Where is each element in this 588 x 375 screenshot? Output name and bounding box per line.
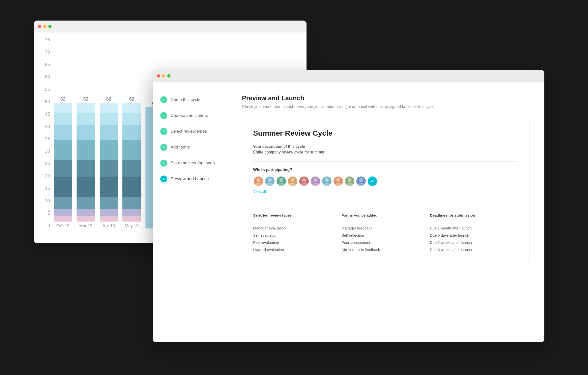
svg-point-5: [278, 183, 284, 186]
svg-point-19: [358, 183, 364, 186]
step-label-4: Add forms: [171, 145, 190, 150]
bar-stack: [54, 103, 72, 222]
modal-window: ✓ Name this cycle ✓ Choose participants …: [153, 70, 544, 342]
description-value: Entire company review cycle for summer: [253, 150, 518, 154]
svg-point-2: [268, 178, 272, 182]
deadlines-header: Deadlines for submission: [430, 213, 513, 221]
step-icon-6: 6: [160, 175, 167, 182]
review-type-2: Self evaluation: [253, 232, 337, 239]
bar-feb19: 62 Feb 19: [54, 97, 72, 228]
step-label-5: Set deadlines (optional): [171, 161, 215, 166]
form-1: Manager feedback: [341, 225, 425, 232]
step-item-4[interactable]: ✓ Add forms: [160, 139, 220, 155]
avatar-more: +8: [367, 176, 378, 186]
review-table: Selected review types Manager evaluation…: [253, 213, 518, 253]
svg-point-15: [335, 183, 341, 186]
svg-point-3: [267, 183, 273, 186]
participants-label: Who's participating?: [253, 168, 518, 172]
maximize-button[interactable]: [48, 25, 52, 28]
avatar-3: [276, 176, 286, 186]
page-title: Preview and Launch: [242, 94, 530, 102]
review-type-3: Peer evaluation: [253, 239, 337, 246]
modal-close-button[interactable]: [157, 74, 160, 77]
avatar-1: [253, 176, 264, 186]
steps-sidebar: ✓ Name this cycle ✓ Choose participants …: [153, 82, 227, 342]
step-icon-5: ✓: [160, 160, 167, 167]
y-axis: 75 70 65 60 55 50 45 40 35 30 25 20 15 1…: [41, 37, 50, 228]
step-icon-4: ✓: [160, 144, 167, 151]
deadline-3: Due 2 weeks after launch: [430, 239, 513, 246]
forms-col: Forms you've added Manager feedback Self…: [341, 213, 430, 253]
bar-stack: [122, 103, 141, 222]
deadline-4: Due 3 weeks after launch: [430, 246, 513, 253]
divider-1: [253, 161, 518, 162]
deadline-2: Due 5 days after launch: [430, 232, 513, 239]
svg-point-0: [256, 178, 260, 182]
step-icon-3: ✓: [160, 128, 167, 135]
svg-point-16: [348, 178, 352, 182]
step-item-2[interactable]: ✓ Choose participants: [160, 108, 220, 124]
svg-point-6: [291, 178, 295, 182]
forms-header: Forms you've added: [341, 213, 425, 221]
avatars-row: +8: [253, 176, 518, 186]
bar-apr19: 62 Apr 19: [100, 97, 118, 228]
review-card: Summer Review Cycle Your description of …: [242, 119, 530, 263]
svg-point-13: [324, 183, 330, 186]
divider-2: [253, 207, 518, 207]
page-subtitle: Check your work, then launch! Everyone y…: [242, 104, 530, 109]
avatar-7: [322, 176, 332, 186]
modal-minimize-button[interactable]: [162, 74, 165, 77]
step-item-1[interactable]: ✓ Name this cycle: [160, 92, 220, 108]
description-label: Your description of this cycle: [253, 144, 518, 149]
modal-maximize-button[interactable]: [167, 74, 170, 77]
step-icon-1: ✓: [160, 96, 167, 103]
deadlines-col: Deadlines for submission Due 1 month aft…: [430, 213, 518, 253]
avatar-2: [265, 176, 275, 186]
step-label-2: Choose participants: [171, 113, 208, 118]
bar-mar19: 62 Mar 19: [77, 97, 95, 228]
svg-point-4: [279, 178, 283, 182]
review-type-1: Manager evaluation: [253, 225, 337, 232]
avatar-9: [344, 176, 355, 186]
modal-chrome: [153, 70, 544, 82]
step-label-6: Preview and Launch: [171, 176, 209, 181]
deadline-1: Due 1 month after launch: [430, 225, 513, 232]
step-item-3[interactable]: ✓ Select review types: [160, 124, 220, 139]
window-chrome: [34, 21, 307, 32]
svg-point-8: [302, 178, 306, 182]
main-content: Preview and Launch Check your work, then…: [227, 82, 544, 342]
step-icon-2: ✓: [160, 112, 167, 119]
close-button[interactable]: [38, 25, 41, 28]
form-2: Self reflection: [341, 232, 425, 239]
step-item-6[interactable]: 6 Preview and Launch: [160, 171, 220, 187]
avatar-10: [356, 176, 366, 186]
svg-point-1: [255, 183, 262, 186]
svg-point-12: [325, 178, 329, 182]
bar-stack: [100, 103, 118, 222]
step-item-5[interactable]: ✓ Set deadlines (optional): [160, 155, 220, 171]
svg-point-7: [289, 183, 296, 186]
svg-point-9: [301, 183, 307, 186]
view-all-link[interactable]: View all: [253, 189, 266, 194]
svg-point-11: [312, 183, 319, 186]
review-types-header: Selected review types: [253, 213, 337, 221]
review-types-col: Selected review types Manager evaluation…: [253, 213, 342, 253]
avatar-8: [333, 176, 343, 186]
avatar-5: [299, 176, 309, 186]
svg-point-10: [313, 178, 317, 182]
step-label-3: Select review types: [171, 129, 207, 134]
bar-may19: 62 May 19: [122, 97, 141, 228]
review-type-4: Upward evaluation: [253, 246, 337, 253]
modal-body: ✓ Name this cycle ✓ Choose participants …: [153, 82, 544, 342]
svg-point-14: [336, 178, 340, 182]
minimize-button[interactable]: [43, 25, 46, 28]
form-3: Peer assessment: [341, 239, 425, 246]
avatar-6: [310, 176, 321, 186]
form-4: Direct reports feedback: [341, 246, 425, 253]
step-label-1: Name this cycle: [171, 97, 200, 102]
avatar-4: [287, 176, 298, 186]
svg-point-17: [346, 183, 353, 186]
bar-stack: [77, 103, 95, 222]
svg-point-18: [359, 178, 363, 182]
cycle-title: Summer Review Cycle: [253, 129, 518, 137]
